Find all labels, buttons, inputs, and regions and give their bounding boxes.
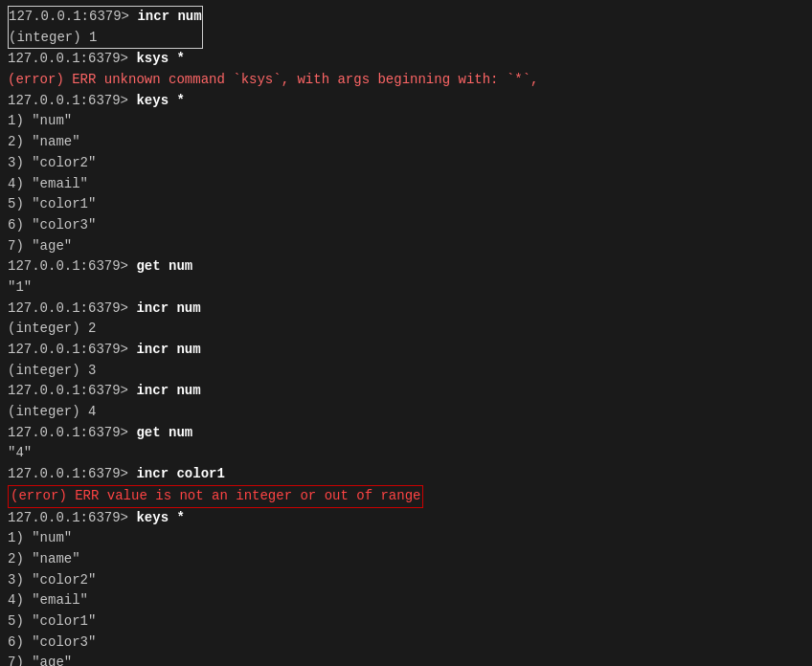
terminal-line: 3) "color2" bbox=[8, 153, 804, 174]
terminal-line: (error) ERR value is not an integer or o… bbox=[8, 485, 804, 508]
terminal-line: 7) "age" bbox=[8, 236, 804, 257]
terminal-line: 1) "num" bbox=[8, 111, 804, 132]
terminal-line: (integer) 4 bbox=[8, 402, 804, 423]
terminal-line: 4) "email" bbox=[8, 174, 804, 195]
terminal-line: 6) "color3" bbox=[8, 633, 804, 654]
terminal-window: 127.0.0.1:6379> incr num(integer) 1127.0… bbox=[0, 0, 812, 666]
terminal-line: (error) ERR unknown command `ksys`, with… bbox=[8, 70, 804, 91]
terminal-line: 3) "color2" bbox=[8, 570, 804, 591]
terminal-line: 127.0.0.1:6379> keys * bbox=[8, 91, 804, 112]
terminal-line: 2) "name" bbox=[8, 132, 804, 153]
terminal-line: "1" bbox=[8, 278, 804, 299]
terminal-line: 127.0.0.1:6379> incr num bbox=[8, 381, 804, 402]
terminal-line: 4) "email" bbox=[8, 590, 804, 611]
terminal-line: 1) "num" bbox=[8, 528, 804, 549]
terminal-line: 127.0.0.1:6379> get num bbox=[8, 256, 804, 278]
terminal-line: "4" bbox=[8, 443, 804, 464]
terminal-output: 127.0.0.1:6379> incr num(integer) 1127.0… bbox=[8, 6, 804, 666]
terminal-line: 127.0.0.1:6379> keys * bbox=[8, 508, 804, 529]
terminal-line: (integer) 3 bbox=[8, 361, 804, 382]
terminal-line: 127.0.0.1:6379> incr num bbox=[8, 340, 804, 361]
terminal-line: (integer) 2 bbox=[8, 319, 804, 340]
terminal-line: 127.0.0.1:6379> incr color1 bbox=[8, 464, 804, 485]
terminal-line: (integer) 1 bbox=[9, 28, 202, 49]
terminal-line: 5) "color1" bbox=[8, 194, 804, 215]
terminal-line: 5) "color1" bbox=[8, 611, 804, 633]
terminal-line: 7) "age" bbox=[8, 653, 804, 666]
terminal-line: 127.0.0.1:6379> incr num bbox=[9, 7, 202, 28]
terminal-line: 6) "color3" bbox=[8, 215, 804, 236]
terminal-line: 2) "name" bbox=[8, 549, 804, 570]
terminal-line: 127.0.0.1:6379> incr num bbox=[8, 299, 804, 320]
terminal-line: 127.0.0.1:6379> ksys * bbox=[8, 49, 804, 70]
terminal-line: 127.0.0.1:6379> get num bbox=[8, 423, 804, 444]
